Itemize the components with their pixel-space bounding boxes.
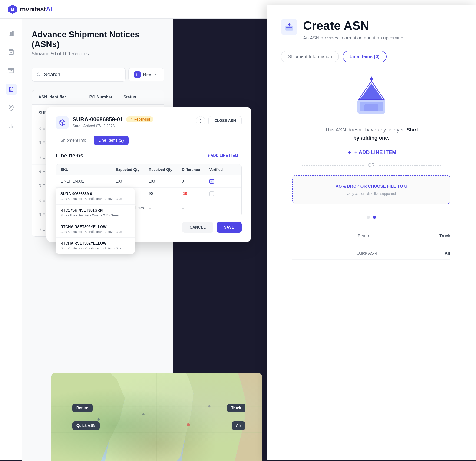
- dropdown-item-4[interactable]: RTCHAIRSET302YELLOW Sura Container - Con…: [56, 238, 135, 254]
- svg-rect-23: [286, 27, 292, 28]
- svg-rect-30: [365, 104, 378, 111]
- info-value-quickasn: Air: [445, 251, 450, 256]
- info-cards: Return Truck Quick ASN Air: [292, 230, 450, 260]
- tab-line-items-create[interactable]: Line Items (0): [343, 51, 387, 62]
- logo-icon: M: [8, 4, 18, 14]
- tab-line-items[interactable]: Line Items (2): [94, 136, 128, 145]
- dot-1[interactable]: [367, 215, 370, 219]
- or-line-right: [379, 165, 441, 165]
- svg-rect-4: [12, 31, 13, 36]
- map-bubble-return: Return: [72, 404, 93, 412]
- create-asn-tabs: Shipment Information Line Items (0): [281, 51, 462, 62]
- pagination-dots: [367, 215, 376, 219]
- add-line-item-button[interactable]: + ADD LINE ITEM: [204, 152, 242, 160]
- asn-id-label: SURA-00686859-01: [73, 116, 123, 123]
- tab-shipment-info[interactable]: Shipment Info: [56, 136, 91, 145]
- sku-desc-1: Sura Container - Conditioner - 2.7oz - B…: [60, 197, 130, 201]
- sidebar-item-reports[interactable]: [6, 121, 17, 132]
- create-asn-subtitle: An ASN provides information about an upc…: [303, 34, 403, 41]
- search-input-wrap[interactable]: [32, 68, 126, 82]
- info-label-quickasn: Quick ASN: [292, 251, 441, 256]
- asn-detail-icon: [56, 116, 69, 129]
- plus-icon: [347, 149, 352, 155]
- create-add-line-item-button[interactable]: + ADD LINE ITEM: [347, 149, 397, 155]
- sku-desc-3: Sura Container - Conditioner - 2.7oz - B…: [60, 230, 130, 234]
- upload-hint: Only .xls or .xlsx files supported: [347, 192, 396, 196]
- sidebar: [0, 19, 22, 460]
- search-input[interactable]: [44, 72, 121, 78]
- li-sku-1: LINEITEM001: [61, 179, 116, 183]
- sidebar-item-asns[interactable]: [6, 84, 17, 95]
- svg-rect-6: [8, 68, 14, 69]
- create-asn-title: Create ASN: [303, 19, 403, 33]
- li-header-verified: Verified: [209, 168, 237, 172]
- asn-tabs: Shipment Info Line Items (2): [56, 136, 242, 145]
- li-header-diff: Difference: [182, 168, 209, 172]
- logo-text: mvnifestAI: [20, 6, 52, 13]
- sku-desc-4: Sura Container - Conditioner - 2.7oz - B…: [60, 247, 130, 250]
- create-asn-panel: Create ASN An ASN provides information a…: [267, 5, 476, 460]
- li-verified-2: [209, 191, 237, 196]
- sku-name-1: SURA-00686859-01: [60, 192, 130, 196]
- li-header-received: Received Qty: [149, 168, 182, 172]
- asn-icon-svg: [285, 23, 294, 31]
- info-label-return: Return: [292, 234, 435, 239]
- svg-rect-20: [136, 74, 137, 75]
- sku-name-4: RTCHAIRSET302YELLOW: [60, 241, 130, 246]
- li-expected-1: 100: [116, 179, 149, 183]
- line-item-row-1: LINEITEM001 100 100 0 ✓: [56, 175, 241, 188]
- sidebar-item-analytics[interactable]: [6, 28, 17, 39]
- checkbox-unchecked[interactable]: [209, 191, 214, 196]
- filter-icon: [134, 71, 141, 78]
- or-text: OR: [368, 163, 375, 168]
- page-title: Advance Shipment Notices (ASNs): [32, 30, 164, 49]
- sidebar-item-orders[interactable]: [6, 46, 17, 58]
- dropdown-item-2[interactable]: RTC17SKINSET301GRN Sura - Essential Set …: [56, 205, 135, 221]
- map-truck-label: Truck: [227, 404, 246, 412]
- info-value-return: Truck: [439, 234, 450, 239]
- map-area: Return Truck Quick ASN Air: [51, 373, 262, 461]
- sidebar-item-inbox[interactable]: [6, 65, 17, 76]
- checkbox-checked[interactable]: ✓: [209, 179, 214, 184]
- or-line-left: [302, 165, 364, 165]
- dot-2[interactable]: [373, 215, 376, 219]
- li-diff-1: 0: [182, 179, 209, 183]
- header-po-number: PO Number: [89, 95, 123, 100]
- svg-line-16: [40, 75, 41, 76]
- upload-text: AG & DROP OR CHOOSE FILE TO U: [336, 184, 407, 189]
- empty-state: This ASN doesn't have any line yet. Star…: [281, 76, 462, 260]
- asn-card-header: SURA-00686859-01 In Receiving Sura · Arr…: [56, 116, 242, 129]
- sku-dropdown: SURA-00686859-01 Sura Container - Condit…: [56, 188, 135, 254]
- line-items-section-header: Line Items + ADD LINE ITEM: [56, 152, 242, 160]
- header-status: Status: [123, 95, 157, 100]
- svg-rect-19: [138, 73, 139, 74]
- create-asn-text: Create ASN An ASN provides information a…: [303, 19, 403, 41]
- svg-marker-29: [370, 76, 373, 80]
- tab-shipment-information[interactable]: Shipment Information: [281, 51, 339, 62]
- li-table-header: SKU Expected Qty Received Qty Difference…: [56, 165, 241, 175]
- close-asn-button[interactable]: CLOSE ASN: [208, 116, 242, 125]
- cancel-button[interactable]: CANCEL: [182, 222, 213, 233]
- table-header: ASN Identifier PO Number Status: [32, 90, 164, 105]
- asn-actions: ⋮ CLOSE ASN: [196, 116, 242, 125]
- asn-title-group: SURA-00686859-01 In Receiving Sura · Arr…: [73, 116, 192, 128]
- li-received-1: 100: [149, 179, 182, 183]
- line-items-title: Line Items: [56, 152, 84, 159]
- svg-rect-17: [136, 73, 137, 74]
- li-diff-2: -10: [182, 192, 209, 196]
- sidebar-item-location[interactable]: [6, 102, 17, 113]
- info-row-quickasn: Quick ASN Air: [292, 247, 450, 260]
- chevron-down-icon: [154, 73, 158, 76]
- svg-rect-8: [10, 87, 12, 88]
- dropdown-item-3[interactable]: RTCHAIRSET302YELLOW Sura Container - Con…: [56, 221, 135, 238]
- more-options-button[interactable]: ⋮: [196, 116, 205, 125]
- sku-name-2: RTC17SKINSET301GRN: [60, 208, 130, 213]
- li-header-expected: Expected Qty: [116, 168, 149, 172]
- upload-area[interactable]: AG & DROP OR CHOOSE FILE TO U Only .xls …: [292, 175, 450, 204]
- save-button[interactable]: SAVE: [217, 222, 242, 233]
- map-air-label: Air: [232, 421, 245, 430]
- filter-button[interactable]: Ries: [128, 68, 164, 81]
- dropdown-item-1[interactable]: SURA-00686859-01 Sura Container - Condit…: [56, 188, 135, 205]
- or-divider: OR: [302, 163, 441, 168]
- empty-illustration: [350, 76, 392, 118]
